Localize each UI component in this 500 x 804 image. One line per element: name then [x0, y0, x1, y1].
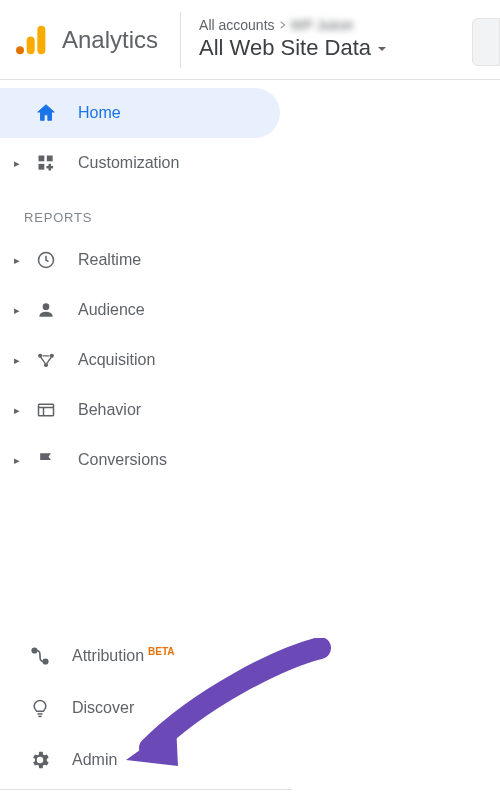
svg-rect-3 — [39, 156, 45, 162]
sidebar-item-attribution[interactable]: AttributionBETA — [0, 630, 292, 682]
home-icon — [34, 101, 58, 125]
acquisition-icon — [34, 348, 58, 372]
analytics-logo-icon — [16, 24, 48, 56]
expand-caret[interactable]: ▸ — [14, 157, 28, 170]
svg-rect-5 — [39, 164, 45, 170]
bottom-divider — [0, 789, 292, 790]
svg-point-17 — [43, 659, 48, 664]
svg-rect-13 — [39, 404, 54, 416]
svg-point-16 — [32, 648, 37, 653]
flag-icon — [34, 448, 58, 472]
product-name: Analytics — [62, 26, 158, 54]
sidebar-item-discover[interactable]: Discover — [0, 682, 292, 734]
sidebar-item-behavior[interactable]: ▸ Behavior — [0, 385, 500, 435]
sidebar-item-label: Home — [78, 104, 121, 122]
sidebar-nav: ▶ Home ▸ Customization REPORTS ▸ Realtim… — [0, 80, 500, 485]
sidebar-item-label: Admin — [72, 751, 117, 769]
lightbulb-icon — [28, 696, 52, 720]
sidebar-item-home[interactable]: ▶ Home — [0, 88, 280, 138]
customization-icon — [34, 151, 58, 175]
sidebar-item-realtime[interactable]: ▸ Realtime — [0, 235, 500, 285]
beta-badge: BETA — [148, 646, 174, 657]
account-selector[interactable]: All accounts WP Juicer All Web Site Data — [199, 16, 387, 63]
sidebar-item-label: Behavior — [78, 401, 141, 419]
sidebar-item-label: AttributionBETA — [72, 646, 175, 665]
sidebar-item-conversions[interactable]: ▸ Conversions — [0, 435, 500, 485]
caret-down-icon — [377, 44, 387, 54]
account-path: All accounts WP Juicer — [199, 16, 387, 34]
person-icon — [34, 298, 58, 322]
product-logo-area: Analytics — [12, 24, 158, 56]
app-header: Analytics All accounts WP Juicer All Web… — [0, 0, 500, 80]
svg-point-2 — [16, 46, 24, 54]
attribution-text: Attribution — [72, 648, 144, 665]
account-name-blurred: WP Juicer — [291, 16, 355, 34]
sidebar-item-label: Conversions — [78, 451, 167, 469]
sidebar-item-label: Customization — [78, 154, 179, 172]
sidebar-item-label: Discover — [72, 699, 134, 717]
expand-caret[interactable]: ▸ — [14, 254, 28, 267]
svg-point-9 — [43, 303, 50, 310]
sidebar-item-audience[interactable]: ▸ Audience — [0, 285, 500, 335]
expand-caret[interactable]: ▸ — [14, 354, 28, 367]
header-right-panel — [472, 18, 500, 66]
svg-rect-7 — [46, 166, 53, 169]
expand-caret[interactable]: ▸ — [14, 454, 28, 467]
svg-rect-4 — [47, 156, 53, 162]
behavior-icon — [34, 398, 58, 422]
sidebar-item-customization[interactable]: ▸ Customization — [0, 138, 500, 188]
chevron-right-icon — [279, 21, 287, 29]
view-name-row: All Web Site Data — [199, 34, 387, 63]
sidebar-item-admin[interactable]: Admin — [0, 734, 292, 786]
expand-caret[interactable]: ▸ — [14, 404, 28, 417]
sidebar-item-acquisition[interactable]: ▸ Acquisition — [0, 335, 500, 385]
clock-icon — [34, 248, 58, 272]
attribution-icon — [28, 644, 52, 668]
sidebar-item-label: Realtime — [78, 251, 141, 269]
gear-icon — [28, 748, 52, 772]
header-divider — [180, 12, 181, 68]
sidebar-section-reports: REPORTS — [0, 188, 500, 235]
sidebar-item-label: Acquisition — [78, 351, 155, 369]
sidebar-bottom-nav: AttributionBETA Discover Admin — [0, 630, 292, 786]
sidebar-item-label: Audience — [78, 301, 145, 319]
expand-caret[interactable]: ▸ — [14, 304, 28, 317]
view-name: All Web Site Data — [199, 34, 371, 63]
svg-rect-1 — [27, 36, 35, 54]
svg-rect-0 — [37, 25, 45, 53]
account-all: All accounts — [199, 16, 274, 34]
